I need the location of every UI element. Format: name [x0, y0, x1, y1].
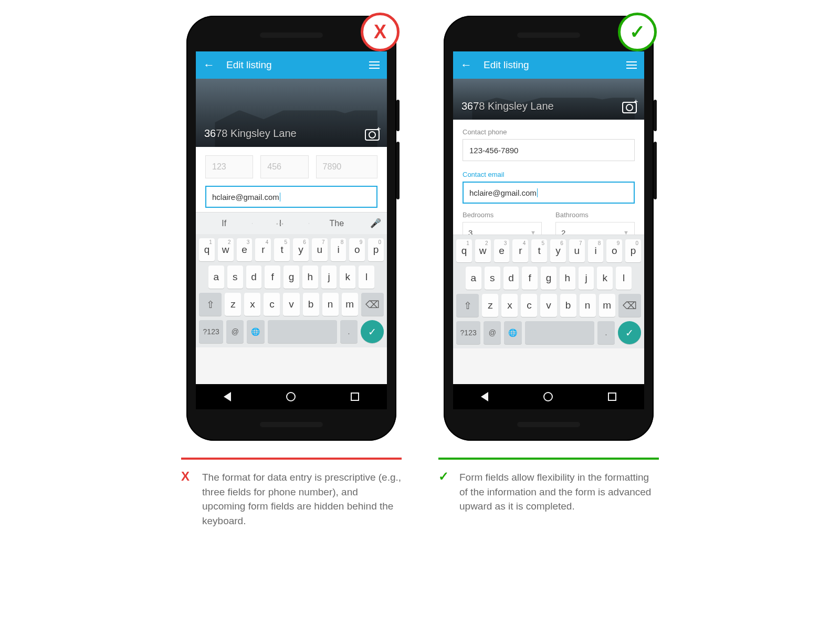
key-m[interactable]: m [599, 294, 615, 317]
email-input[interactable]: hclaire@gmail.com [463, 182, 635, 204]
key-n[interactable]: n [580, 294, 596, 317]
back-arrow-icon[interactable]: ← [203, 58, 215, 72]
key-d[interactable]: d [246, 266, 262, 289]
at-key[interactable]: @ [484, 321, 501, 344]
key-p[interactable]: p0 [625, 239, 641, 262]
globe-key-icon[interactable]: 🌐 [504, 321, 521, 344]
add-photo-icon[interactable] [622, 102, 637, 113]
enter-key[interactable]: ✓ [618, 321, 641, 344]
key-s[interactable]: s [485, 267, 500, 290]
speaker-top [260, 33, 323, 38]
shift-key[interactable]: ⇧ [456, 294, 479, 317]
space-key[interactable] [525, 321, 594, 344]
suggestion-2[interactable]: I ••• [252, 219, 308, 228]
symbols-key[interactable]: ?123 [456, 321, 480, 344]
shift-key[interactable]: ⇧ [199, 293, 222, 316]
phone-part-1-input[interactable]: 123 [205, 155, 253, 178]
example-good: ✓ ← Edit listing 3678 Kingsley Lane [433, 16, 664, 528]
android-nav-bar [453, 384, 644, 409]
mic-icon[interactable]: 🎤 [365, 218, 387, 229]
key-t[interactable]: t5 [531, 239, 547, 262]
nav-back-icon[interactable] [224, 392, 231, 401]
key-a[interactable]: a [466, 267, 481, 290]
key-j[interactable]: j [321, 266, 337, 289]
key-i[interactable]: i8 [331, 238, 346, 261]
key-m[interactable]: m [342, 293, 358, 316]
device-body: ← Edit listing 3678 Kingsley Lane 123 45… [186, 16, 396, 441]
backspace-key[interactable]: ⌫ [618, 294, 641, 317]
key-c[interactable]: c [521, 294, 537, 317]
key-o[interactable]: o9 [349, 238, 365, 261]
key-e[interactable]: e3 [237, 238, 253, 261]
key-n[interactable]: n [322, 293, 339, 316]
key-b[interactable]: b [560, 294, 576, 317]
key-e[interactable]: e3 [494, 239, 510, 262]
nav-recent-icon[interactable] [351, 392, 359, 401]
key-h[interactable]: h [560, 267, 575, 290]
listing-hero: 3678 Kingsley Lane [453, 79, 644, 120]
key-f[interactable]: f [265, 266, 280, 289]
key-x[interactable]: x [244, 293, 260, 316]
key-y[interactable]: y6 [293, 238, 309, 261]
phone-frame-good: ✓ ← Edit listing 3678 Kingsley Lane [444, 16, 654, 441]
phone-part-2-input[interactable]: 456 [260, 155, 308, 178]
symbols-key[interactable]: ?123 [199, 320, 223, 343]
key-j[interactable]: j [579, 267, 594, 290]
keyboard-suggestion-bar: If I ••• The 🎤 [196, 212, 387, 234]
at-key[interactable]: @ [226, 320, 244, 343]
key-v[interactable]: v [540, 294, 556, 317]
key-y[interactable]: y6 [550, 239, 566, 262]
period-key[interactable]: . [597, 321, 615, 344]
key-t[interactable]: t5 [274, 238, 290, 261]
back-arrow-icon[interactable]: ← [460, 58, 472, 72]
hamburger-menu-icon[interactable] [369, 61, 380, 69]
phone-input[interactable]: 123-456-7890 [463, 139, 635, 161]
key-p[interactable]: p0 [368, 238, 384, 261]
key-s[interactable]: s [227, 266, 243, 289]
key-r[interactable]: r4 [512, 239, 528, 262]
key-w[interactable]: w2 [475, 239, 491, 262]
email-input[interactable]: hclaire@gmail.com [205, 186, 377, 208]
key-q[interactable]: q1 [199, 238, 215, 261]
nav-home-icon[interactable] [286, 392, 296, 401]
key-u[interactable]: u7 [569, 239, 585, 262]
key-z[interactable]: z [482, 294, 498, 317]
suggestion-1[interactable]: If [196, 219, 252, 228]
android-nav-bar [196, 384, 387, 409]
key-v[interactable]: v [283, 293, 299, 316]
nav-home-icon[interactable] [543, 392, 553, 401]
bathrooms-label: Bathrooms [555, 211, 635, 219]
key-b[interactable]: b [303, 293, 319, 316]
globe-key-icon[interactable]: 🌐 [247, 320, 264, 343]
key-f[interactable]: f [522, 267, 538, 290]
nav-back-icon[interactable] [481, 392, 488, 401]
key-x[interactable]: x [501, 294, 518, 317]
phone-part-3-input[interactable]: 7890 [316, 155, 377, 178]
key-g[interactable]: g [541, 267, 556, 290]
key-a[interactable]: a [208, 266, 224, 289]
key-o[interactable]: o9 [606, 239, 622, 262]
key-k[interactable]: k [340, 266, 355, 289]
space-key[interactable] [268, 320, 337, 343]
backspace-key[interactable]: ⌫ [361, 293, 384, 316]
key-c[interactable]: c [264, 293, 280, 316]
hamburger-menu-icon[interactable] [626, 61, 637, 69]
period-key[interactable]: . [340, 320, 358, 343]
key-i[interactable]: i8 [588, 239, 604, 262]
key-q[interactable]: q1 [456, 239, 472, 262]
key-k[interactable]: k [597, 267, 613, 290]
key-h[interactable]: h [302, 266, 318, 289]
key-z[interactable]: z [225, 293, 241, 316]
app-bar-title: Edit listing [484, 59, 626, 71]
add-photo-icon[interactable] [365, 129, 380, 141]
key-d[interactable]: d [503, 267, 519, 290]
key-l[interactable]: l [616, 267, 632, 290]
key-l[interactable]: l [359, 266, 374, 289]
key-u[interactable]: u7 [312, 238, 328, 261]
key-g[interactable]: g [284, 266, 299, 289]
suggestion-3[interactable]: The [309, 219, 365, 228]
nav-recent-icon[interactable] [608, 392, 616, 401]
key-r[interactable]: r4 [255, 238, 271, 261]
enter-key[interactable]: ✓ [361, 320, 384, 343]
key-w[interactable]: w2 [218, 238, 234, 261]
